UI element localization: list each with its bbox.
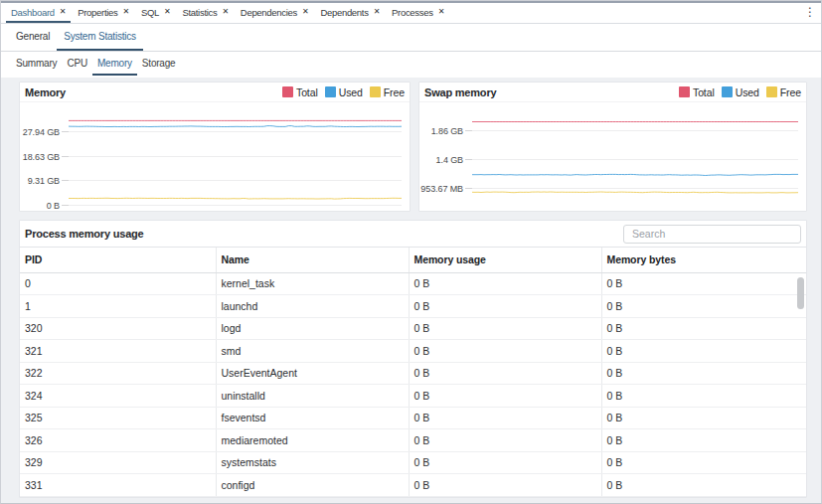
- memory-chart: 0 B9.31 GB18.63 GB27.94 GB: [20, 102, 410, 210]
- legend-swatch-total: [679, 86, 690, 97]
- tab-label: Properties: [78, 7, 117, 18]
- tab-system-statistics[interactable]: System Statistics: [57, 24, 143, 51]
- table-scrollbar-thumb[interactable]: [797, 277, 804, 309]
- pgadmin-dashboard-window: Dashboard✕Properties✕SQL✕Statistics✕Depe…: [0, 0, 822, 504]
- table-row[interactable]: 1launchd0 B0 B: [20, 295, 806, 318]
- table-row[interactable]: 325fseventsd0 B0 B: [20, 407, 806, 429]
- tab-close-icon[interactable]: ✕: [164, 8, 170, 16]
- swap-chart-legend: TotalUsedFree: [679, 86, 801, 98]
- table-cell: 0 B: [409, 407, 601, 429]
- table-row[interactable]: 331configd0 B0 B: [20, 474, 806, 497]
- legend-swatch-free: [766, 86, 777, 97]
- process-memory-header: Process memory usage: [20, 221, 806, 248]
- table-cell: 0 B: [409, 272, 601, 295]
- process-table: PIDNameMemory usageMemory bytes 0kernel_…: [20, 248, 806, 497]
- dashboard-content: Memory TotalUsedFree 0 B9.31 GB18.63 GB2…: [1, 78, 821, 503]
- table-header-row: PIDNameMemory usageMemory bytes: [20, 248, 806, 272]
- column-header-pid[interactable]: PID: [20, 248, 216, 272]
- column-header-name[interactable]: Name: [216, 248, 409, 272]
- table-row[interactable]: 326mediaremoted0 B0 B: [20, 429, 806, 452]
- legend-item-used: Used: [722, 86, 759, 98]
- tab-close-icon[interactable]: ✕: [302, 8, 308, 16]
- tab-label: Dashboard: [11, 7, 55, 18]
- table-cell: kernel_task: [216, 272, 409, 295]
- table-row[interactable]: 321smd0 B0 B: [20, 340, 806, 363]
- table-cell: 0 B: [601, 407, 806, 429]
- tab-label: SQL: [141, 7, 159, 18]
- search-input[interactable]: [623, 225, 801, 244]
- legend-item-free: Free: [370, 86, 405, 98]
- main-tab-statistics[interactable]: Statistics✕: [176, 3, 234, 23]
- table-row[interactable]: 324uninstalld0 B0 B: [20, 385, 806, 408]
- legend-swatch-free: [370, 86, 381, 97]
- svg-text:18.63 GB: 18.63 GB: [23, 152, 60, 162]
- tab-close-icon[interactable]: ✕: [438, 8, 444, 16]
- table-cell: 0 B: [409, 362, 601, 385]
- svg-text:1.4 GB: 1.4 GB: [436, 155, 464, 165]
- tab-summary[interactable]: Summary: [11, 52, 62, 78]
- table-cell: 0 B: [601, 317, 806, 340]
- table-row[interactable]: 320logd0 B0 B: [20, 317, 806, 340]
- memory-chart-panel: Memory TotalUsedFree 0 B9.31 GB18.63 GB2…: [19, 82, 411, 212]
- table-row[interactable]: 322UserEventAgent0 B0 B: [20, 362, 806, 385]
- memory-chart-header: Memory TotalUsedFree: [20, 83, 410, 102]
- table-row[interactable]: 0kernel_task0 B0 B: [20, 272, 806, 295]
- table-cell: 0 B: [601, 362, 806, 385]
- table-row[interactable]: 329systemstats0 B0 B: [20, 451, 806, 474]
- legend-item-total: Total: [679, 86, 715, 98]
- dashboard-tab-bar: GeneralSystem Statistics: [1, 24, 821, 52]
- tab-memory[interactable]: Memory: [92, 52, 137, 78]
- table-cell: logd: [216, 317, 409, 340]
- main-tab-processes[interactable]: Processes✕: [386, 3, 450, 23]
- tab-general[interactable]: General: [9, 24, 57, 51]
- table-cell: 0 B: [601, 272, 806, 295]
- table-cell: mediaremoted: [216, 429, 409, 452]
- table-cell: 0 B: [601, 340, 806, 363]
- table-cell: 326: [20, 429, 216, 452]
- svg-text:27.94 GB: 27.94 GB: [23, 127, 60, 137]
- table-cell: 0 B: [601, 474, 806, 497]
- table-cell: configd: [216, 474, 409, 497]
- table-cell: 0 B: [409, 295, 601, 318]
- table-cell: 0 B: [409, 317, 601, 340]
- tab-label: Dependencies: [241, 7, 297, 18]
- table-cell: 0 B: [409, 474, 601, 497]
- tab-close-icon[interactable]: ✕: [60, 8, 66, 16]
- main-tab-properties[interactable]: Properties✕: [72, 3, 135, 23]
- table-cell: 324: [20, 385, 216, 408]
- table-cell: 0 B: [601, 385, 806, 408]
- svg-text:1.86 GB: 1.86 GB: [431, 126, 463, 136]
- legend-label: Used: [339, 86, 363, 98]
- main-tab-dependencies[interactable]: Dependencies✕: [235, 3, 315, 23]
- swap-memory-chart: 953.67 MB1.4 GB1.86 GB: [419, 102, 806, 210]
- main-tab-dashboard[interactable]: Dashboard✕: [5, 3, 72, 23]
- main-tab-dependents[interactable]: Dependents✕: [314, 3, 386, 23]
- table-cell: systemstats: [216, 451, 409, 474]
- main-tab-sql[interactable]: SQL✕: [135, 3, 177, 23]
- tab-close-icon[interactable]: ✕: [123, 8, 129, 16]
- column-header-memory-bytes[interactable]: Memory bytes: [601, 248, 806, 272]
- table-cell: 325: [20, 407, 216, 429]
- main-tabs: Dashboard✕Properties✕SQL✕Statistics✕Depe…: [5, 3, 450, 23]
- tab-label: Dependents: [320, 7, 368, 18]
- tab-close-icon[interactable]: ✕: [222, 8, 228, 16]
- legend-item-free: Free: [766, 86, 801, 98]
- table-cell: uninstalld: [216, 385, 409, 408]
- tab-storage[interactable]: Storage: [137, 52, 181, 78]
- tab-more-menu-button[interactable]: ⋮: [799, 3, 821, 23]
- charts-row: Memory TotalUsedFree 0 B9.31 GB18.63 GB2…: [19, 82, 807, 212]
- tab-close-icon[interactable]: ✕: [374, 8, 380, 16]
- legend-label: Total: [693, 86, 715, 98]
- legend-item-total: Total: [282, 86, 318, 98]
- tab-cpu[interactable]: CPU: [62, 52, 92, 78]
- swap-chart-header: Swap memory TotalUsedFree: [419, 83, 806, 102]
- process-memory-title: Process memory usage: [25, 228, 144, 240]
- legend-swatch-total: [282, 86, 293, 97]
- column-header-memory-usage[interactable]: Memory usage: [409, 248, 601, 272]
- svg-text:953.67 MB: 953.67 MB: [420, 184, 463, 194]
- process-memory-panel: Process memory usage PIDNameMemory usage…: [19, 220, 807, 498]
- legend-item-used: Used: [325, 86, 363, 98]
- table-cell: launchd: [216, 295, 409, 318]
- svg-text:0 B: 0 B: [47, 201, 60, 211]
- table-cell: 0 B: [601, 451, 806, 474]
